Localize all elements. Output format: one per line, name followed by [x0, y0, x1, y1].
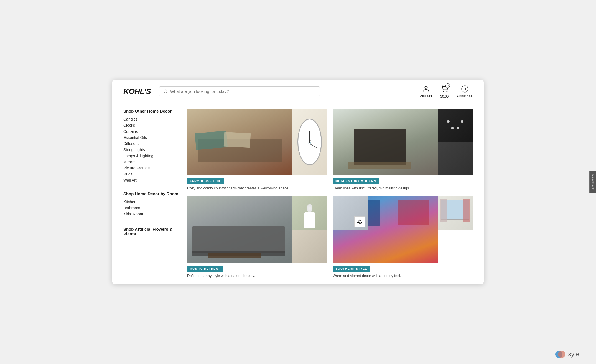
top-label: TOP — [357, 222, 362, 225]
sidebar-divider-1 — [123, 187, 179, 187]
sidebar-section1-title: Shop Other Home Decor — [123, 109, 179, 113]
rustic-desc: Defined, earthy style with a natural bea… — [187, 273, 327, 278]
southern-label: SOUTHERN STYLE — [333, 266, 370, 272]
cart-badge: 0 — [445, 83, 450, 88]
sidebar-link-clocks[interactable]: Clocks — [123, 122, 179, 128]
header-actions: Account 0 $0.00 Check Out — [420, 85, 473, 98]
header: KOHL'S Account 0 — [112, 80, 484, 103]
southern-tr-img — [438, 196, 473, 230]
midcentury-tr-img — [438, 109, 473, 142]
feedback-tab[interactable]: Feedback — [589, 171, 596, 193]
rustic-label: RUSTIC RETREAT — [187, 266, 223, 272]
svg-point-5 — [443, 91, 444, 91]
checkout-icon — [461, 85, 469, 93]
checkout-label: Check Out — [457, 94, 473, 98]
southern-br-img: TOP — [333, 196, 368, 230]
sidebar-link-kitchen[interactable]: Kitchen — [123, 199, 179, 205]
svg-point-2 — [164, 90, 167, 93]
style-card-farmhouse[interactable]: XII🕐 FARMHOUSE CHIC Cozy and comfy count… — [187, 109, 327, 191]
southern-desc: Warm and vibrant decor with a homey feel… — [333, 273, 473, 278]
svg-point-6 — [447, 91, 447, 91]
svg-point-4 — [425, 86, 427, 89]
midcentury-br-img — [438, 142, 473, 175]
search-bar — [159, 86, 320, 96]
sidebar-link-essential-oils[interactable]: Essential Oils — [123, 134, 179, 141]
farmhouse-main-img — [187, 109, 292, 175]
syte-branding: syte — [554, 350, 579, 358]
search-icon — [163, 89, 168, 94]
southern-images: TOP — [333, 196, 473, 263]
midcentury-images — [333, 109, 473, 175]
sidebar-section2-title: Shop Home Decor by Room — [123, 191, 179, 196]
feedback-label: Feedback — [591, 174, 594, 190]
sidebar-link-mirrors[interactable]: Mirrors — [123, 159, 179, 165]
midcentury-desc: Clean lines with uncluttered, minimalist… — [333, 186, 473, 191]
account-label: Account — [420, 94, 432, 98]
syte-logo — [554, 350, 566, 358]
farmhouse-side-img: XII🕐 — [292, 109, 327, 175]
midcentury-label: MID-CENTURY MODERN — [333, 178, 379, 184]
browser-window: KOHL'S Account 0 — [112, 80, 484, 284]
search-input[interactable] — [170, 89, 316, 94]
sidebar-link-lamps[interactable]: Lamps & Lighting — [123, 153, 179, 159]
checkout-button[interactable]: Check Out — [457, 85, 473, 98]
cart-button[interactable]: 0 $0.00 — [440, 85, 449, 98]
rustic-tr-img — [292, 196, 327, 230]
sidebar-link-picture-frames[interactable]: Picture Frames — [123, 165, 179, 171]
style-card-rustic[interactable]: RUSTIC RETREAT Defined, earthy style wit… — [187, 196, 327, 278]
sidebar-link-candles[interactable]: Candles — [123, 116, 179, 122]
sidebar-section3-title: Shop Artificial Flowers & Plants — [123, 227, 179, 236]
rustic-main-img — [187, 196, 292, 263]
account-icon — [422, 85, 430, 93]
chevron-up-icon — [358, 219, 362, 222]
midcentury-main-img — [333, 109, 438, 175]
top-button[interactable]: TOP — [354, 216, 365, 227]
kohls-logo[interactable]: KOHL'S — [123, 87, 151, 96]
main-content: Shop Other Home Decor Candles Clocks Cur… — [112, 103, 484, 284]
style-card-midcentury[interactable]: MID-CENTURY MODERN Clean lines with uncl… — [333, 109, 473, 191]
rustic-images — [187, 196, 327, 263]
account-button[interactable]: Account — [420, 85, 432, 98]
svg-line-3 — [167, 92, 167, 93]
syte-text: syte — [568, 351, 579, 358]
sidebar-link-kids-room[interactable]: Kids' Room — [123, 211, 179, 217]
cart-wrapper: 0 — [440, 85, 448, 93]
svg-point-1 — [558, 351, 565, 358]
rustic-br-img — [292, 230, 327, 263]
farmhouse-images: XII🕐 — [187, 109, 327, 175]
cart-label: $0.00 — [440, 95, 449, 98]
product-grid: XII🕐 FARMHOUSE CHIC Cozy and comfy count… — [187, 109, 473, 278]
sidebar-link-string-lights[interactable]: String Lights — [123, 147, 179, 153]
sidebar-link-wall-art[interactable]: Wall Art — [123, 177, 179, 183]
sidebar-divider-2 — [123, 221, 179, 221]
style-card-southern[interactable]: TOP SOUTHERN STYLE Warm and vibrant deco… — [333, 196, 473, 278]
sidebar-link-bathroom[interactable]: Bathroom — [123, 205, 179, 211]
sidebar: Shop Other Home Decor Candles Clocks Cur… — [123, 109, 179, 278]
farmhouse-label: FARMHOUSE CHIC — [187, 178, 224, 184]
farmhouse-desc: Cozy and comfy country charm that create… — [187, 186, 327, 191]
sidebar-link-rugs[interactable]: Rugs — [123, 171, 179, 177]
sidebar-link-curtains[interactable]: Curtains — [123, 128, 179, 134]
sidebar-link-diffusers[interactable]: Diffusers — [123, 141, 179, 147]
